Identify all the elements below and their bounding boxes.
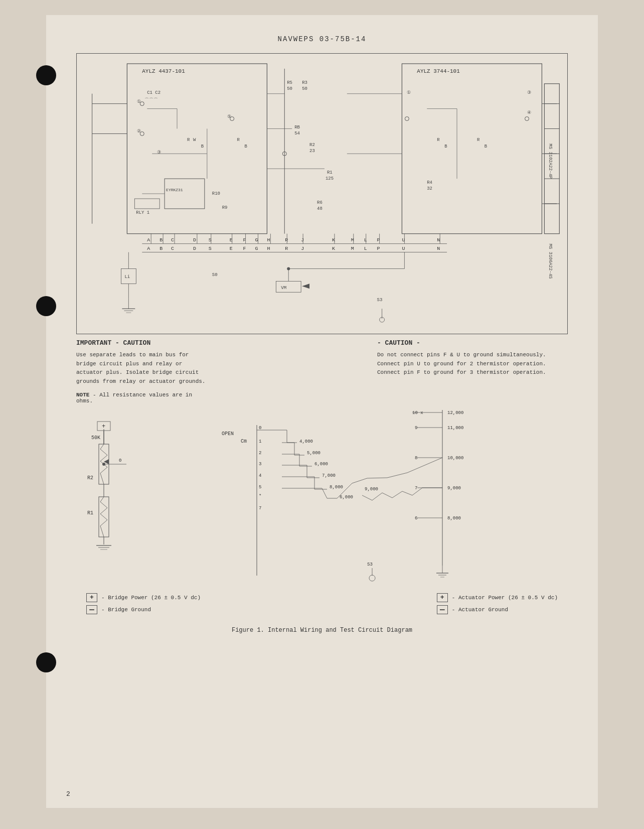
- svg-text:12,000: 12,000: [447, 410, 463, 416]
- svg-text:C: C: [171, 237, 174, 243]
- svg-text:5,000: 5,000: [307, 451, 320, 456]
- svg-text:R1: R1: [87, 510, 93, 516]
- svg-text:R2: R2: [309, 143, 315, 148]
- actuator-ground-symbol: ―: [437, 605, 448, 614]
- svg-text:MS 3102A22-4P: MS 3102A22-4P: [548, 144, 553, 179]
- svg-text:R5: R5: [287, 80, 292, 85]
- legend-right: + - Actuator Power (26 ± 0.5 V dc) ― - A…: [437, 593, 558, 614]
- svg-text:6: 6: [415, 516, 417, 521]
- svg-text:N: N: [437, 237, 440, 243]
- legend-left: + - Bridge Power (26 ± 0.5 V dc) ― - Bri…: [86, 593, 201, 614]
- svg-text:AYLZ 3744-101: AYLZ 3744-101: [417, 68, 460, 74]
- svg-text:0: 0: [259, 426, 261, 431]
- svg-text:S3: S3: [367, 562, 373, 567]
- svg-point-146: [287, 267, 290, 270]
- svg-text:J: J: [301, 237, 304, 243]
- svg-text:C: C: [171, 246, 174, 251]
- svg-text:R: R: [477, 137, 480, 143]
- svg-text:8,000: 8,000: [330, 485, 343, 490]
- caution-panel: - CAUTION - Do not connect pins F & U to…: [377, 339, 568, 377]
- svg-text:OPEN: OPEN: [222, 431, 234, 437]
- svg-text:9,000: 9,000: [447, 486, 461, 491]
- svg-text:H: H: [267, 237, 270, 243]
- svg-text:RLY 1: RLY 1: [136, 210, 149, 215]
- svg-text:23: 23: [309, 149, 315, 154]
- svg-text:K: K: [332, 246, 335, 251]
- svg-text:R: R: [437, 137, 440, 143]
- page-title: NAVWEPS 03-75B-14: [76, 35, 568, 43]
- svg-text:10,000: 10,000: [447, 456, 463, 461]
- svg-text:R3: R3: [302, 80, 307, 85]
- svg-text:②: ②: [137, 129, 141, 134]
- svg-text:N: N: [437, 246, 440, 251]
- svg-text:B: B: [444, 144, 447, 149]
- svg-text:③: ③: [157, 150, 161, 155]
- bridge-power-symbol: +: [86, 593, 97, 602]
- svg-text:*: *: [259, 494, 261, 499]
- svg-text:S: S: [209, 246, 212, 251]
- actuator-power-text: - Actuator Power (26 ± 0.5 V dc): [452, 595, 558, 601]
- marker-circle-2: [36, 296, 56, 316]
- svg-text:P: P: [377, 246, 380, 251]
- svg-text:B: B: [201, 144, 204, 149]
- svg-text:50K: 50K: [91, 435, 100, 441]
- svg-text:R10: R10: [212, 191, 220, 196]
- svg-text:U: U: [402, 246, 405, 251]
- svg-text:4: 4: [259, 473, 261, 478]
- svg-point-58: [525, 117, 529, 121]
- svg-text:1: 1: [259, 439, 261, 444]
- svg-text:Li: Li: [124, 274, 130, 280]
- svg-rect-6: [165, 179, 205, 209]
- svg-text:RB: RB: [294, 125, 300, 130]
- figure-caption: Figure 1. Internal Wiring and Test Circu…: [76, 627, 568, 634]
- svg-text:A: A: [147, 237, 150, 243]
- svg-text:EYRKZ31: EYRKZ31: [166, 188, 183, 192]
- right-content: - CAUTION - Do not connect pins F & U to…: [217, 339, 568, 586]
- svg-text:B: B: [485, 144, 488, 149]
- note-label: NOTE: [76, 392, 89, 398]
- circuit-diagram: AYLZ 4437-101 AYLZ 3744-101 MS 3102A22-4…: [76, 53, 568, 334]
- svg-text:R: R: [237, 137, 240, 143]
- svg-text:D: D: [193, 237, 196, 243]
- svg-point-206: [369, 575, 375, 581]
- bridge-ground-text: - Bridge Ground: [101, 607, 151, 613]
- legend-bridge-ground: ― - Bridge Ground: [86, 605, 201, 614]
- svg-text:①: ①: [137, 99, 141, 104]
- caution-text: Do not connect pins F & U to ground simu…: [377, 351, 568, 377]
- svg-text:J: J: [301, 246, 304, 251]
- svg-text:S3: S3: [377, 298, 383, 303]
- important-caution-text: Use separate leads to main bus for bridg…: [76, 351, 207, 386]
- svg-text:50: 50: [287, 86, 292, 91]
- svg-text:B: B: [245, 144, 248, 149]
- bridge-power-text: - Bridge Power (26 ± 0.5 V dc): [101, 595, 201, 601]
- svg-rect-65: [134, 199, 159, 209]
- legend-section: + - Bridge Power (26 ± 0.5 V dc) ― - Bri…: [76, 593, 568, 614]
- actuator-power-symbol: +: [437, 593, 448, 602]
- marker-circle-1: [36, 65, 56, 85]
- svg-text:11,000: 11,000: [447, 426, 463, 431]
- svg-text:50: 50: [302, 86, 307, 91]
- legend-bridge-power: + - Bridge Power (26 ± 0.5 V dc): [86, 593, 201, 602]
- svg-text:+: +: [102, 423, 105, 430]
- circuit-svg: AYLZ 4437-101 AYLZ 3744-101 MS 3102A22-4…: [77, 54, 567, 334]
- svg-text:L: L: [364, 246, 367, 251]
- note-dash: -: [93, 392, 99, 398]
- svg-text:H: H: [267, 246, 270, 251]
- marker-circle-3: [36, 652, 56, 672]
- svg-text:7: 7: [259, 506, 261, 511]
- svg-text:G: G: [255, 246, 258, 251]
- legend-actuator-power: + - Actuator Power (26 ± 0.5 V dc): [437, 593, 558, 602]
- svg-point-161: [102, 463, 105, 466]
- lower-right-svg: OPEN Cm 0 1 4,000: [217, 385, 518, 586]
- svg-text:S0: S0: [212, 272, 218, 278]
- svg-text:8,000: 8,000: [447, 516, 461, 521]
- actuator-ground-text: - Actuator Ground: [452, 607, 508, 613]
- svg-text:9: 9: [415, 426, 417, 431]
- svg-text:R9: R9: [222, 205, 228, 210]
- svg-text:R: R: [187, 137, 190, 143]
- notes-panel: IMPORTANT - CAUTION Use separate leads t…: [76, 339, 207, 586]
- bridge-ground-symbol: ―: [86, 605, 97, 614]
- svg-text:B: B: [159, 246, 163, 251]
- page: NAVWEPS 03-75B-14 AYLZ 4437-101 AYLZ 374…: [46, 15, 598, 808]
- svg-text:8: 8: [415, 456, 417, 461]
